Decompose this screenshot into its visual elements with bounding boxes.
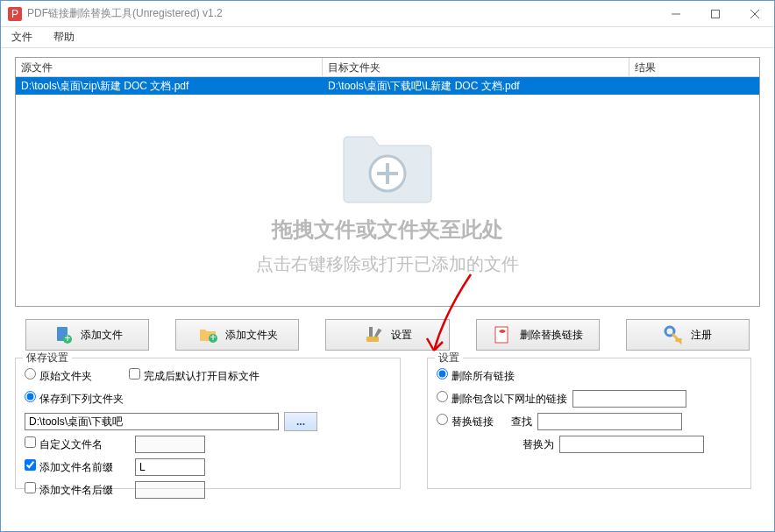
col-source[interactable]: 源文件 [16,58,323,76]
save-to-folder-radio[interactable]: 保存到下列文件夹 [25,391,124,407]
menubar: 文件 帮助 [1,27,774,48]
register-label: 注册 [691,328,712,343]
folder-plus-icon [339,128,436,207]
cell-target: D:\tools\桌面\下载吧\L新建 DOC 文档.pdf [323,77,629,95]
prefix-input[interactable] [135,458,205,476]
open-after-checkbox[interactable]: 完成后默认打开目标文件 [129,368,260,384]
browse-button[interactable]: ... [284,412,317,431]
save-group-title: 保存设置 [23,351,72,365]
original-folder-radio[interactable]: 原始文件夹 [25,368,92,384]
close-button[interactable] [735,1,774,26]
register-button[interactable]: 注册 [626,319,750,351]
find-label: 查找 [511,415,532,429]
maximize-button[interactable] [695,1,735,26]
col-result[interactable]: 结果 [629,58,759,76]
delete-replace-label: 删除替换链接 [520,328,583,343]
svg-text:+: + [210,331,216,344]
app-icon: P [8,7,22,21]
custom-name-checkbox[interactable]: 自定义文件名 [25,436,130,452]
window-title: PDF链接删除替换工具(Unregistered) v1.2 [27,6,656,21]
add-folder-icon: + [197,324,218,345]
table-row[interactable]: D:\tools\桌面\zip\新建 DOC 文档.pdf D:\tools\桌… [16,77,759,95]
svg-rect-15 [495,327,508,343]
settings-button[interactable]: 设置 [325,319,449,351]
replace-with-input[interactable] [559,436,704,453]
suffix-input[interactable] [135,481,205,499]
custom-name-input[interactable] [135,436,205,453]
delete-replace-button[interactable]: 删除替换链接 [476,319,600,351]
col-target[interactable]: 目标文件夹 [323,58,629,76]
add-file-icon: + [53,324,74,345]
minimize-button[interactable] [656,1,695,26]
svg-rect-14 [366,337,379,342]
menu-help[interactable]: 帮助 [50,28,78,46]
svg-point-6 [370,156,405,191]
cell-result [629,77,759,95]
settings-icon [363,324,384,345]
delete-all-radio[interactable]: 删除所有链接 [437,368,515,384]
save-path-input[interactable] [25,413,279,430]
key-icon [663,324,684,345]
pdf-link-icon [492,324,513,345]
link-settings-group: 设置 删除所有链接 删除包含以下网址的链接 替换链接 查找 [427,358,751,489]
toolbar: + 添加文件 + 添加文件夹 设置 删除替换链接 注册 [15,319,760,351]
file-list[interactable]: 源文件 目标文件夹 结果 D:\tools\桌面\zip\新建 DOC 文档.p… [15,57,760,307]
delete-url-input[interactable] [572,390,686,408]
add-folder-label: 添加文件夹 [225,328,278,343]
drop-text-2: 点击右键移除或打开已添加的文件 [256,252,519,276]
drop-text-1: 拖拽文件或文件夹至此处 [272,216,503,244]
svg-text:P: P [11,8,18,20]
save-settings-group: 保存设置 原始文件夹 完成后默认打开目标文件 保存到下列文件夹 ... 自定义文… [15,358,401,489]
add-file-button[interactable]: + 添加文件 [25,319,149,351]
add-folder-button[interactable]: + 添加文件夹 [175,319,299,351]
replace-link-radio[interactable]: 替换链接 [437,414,494,429]
add-suffix-checkbox[interactable]: 添加文件名后缀 [25,482,130,498]
link-group-title: 设置 [435,351,463,365]
drop-hint: 拖拽文件或文件夹至此处 点击右键移除或打开已添加的文件 [16,97,759,306]
settings-label: 设置 [391,328,412,343]
delete-url-radio[interactable]: 删除包含以下网址的链接 [437,391,567,407]
menu-file[interactable]: 文件 [8,28,36,46]
find-input[interactable] [537,413,682,430]
svg-text:+: + [64,332,70,344]
replace-with-label: 替换为 [523,437,554,452]
cell-source: D:\tools\桌面\zip\新建 DOC 文档.pdf [16,77,323,95]
add-file-label: 添加文件 [81,328,123,343]
add-prefix-checkbox[interactable]: 添加文件名前缀 [25,459,130,475]
svg-rect-3 [711,10,719,18]
titlebar: P PDF链接删除替换工具(Unregistered) v1.2 [1,1,774,27]
